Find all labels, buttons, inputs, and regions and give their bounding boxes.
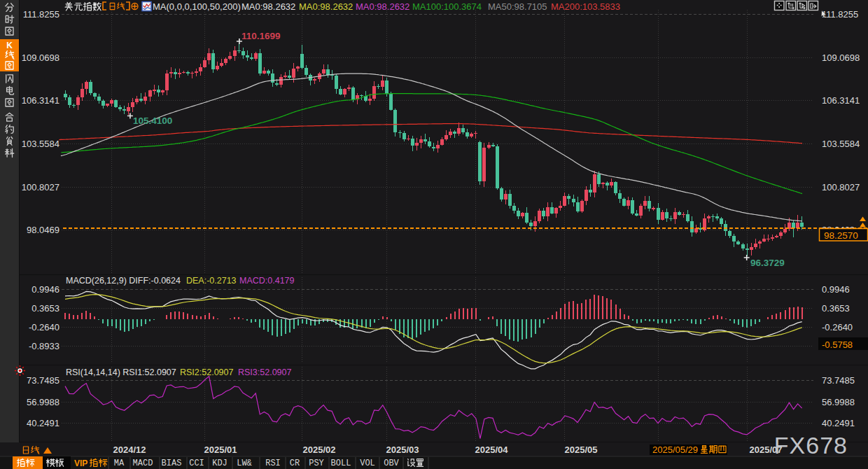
svg-text:MACD: MACD: [133, 458, 153, 468]
svg-text:-0.5758: -0.5758: [822, 340, 853, 350]
svg-text:56.9988: 56.9988: [822, 397, 855, 407]
svg-text:RSI: RSI: [265, 458, 281, 468]
svg-text:2025/01: 2025/01: [204, 444, 237, 455]
svg-text:111.8255: 111.8255: [822, 9, 858, 20]
svg-text:0.3653: 0.3653: [822, 303, 850, 314]
svg-text:MACD:0.4179: MACD:0.4179: [239, 276, 295, 286]
svg-text:103.5584: 103.5584: [822, 139, 860, 149]
svg-text:VIP: VIP: [74, 458, 88, 468]
svg-text:2025/04: 2025/04: [475, 444, 509, 455]
svg-text:MA0:98.2632: MA0:98.2632: [299, 1, 353, 12]
svg-text:56.9988: 56.9988: [27, 397, 59, 407]
svg-text:MA0:98.2632: MA0:98.2632: [356, 1, 410, 12]
svg-text:MA50:98.7105: MA50:98.7105: [488, 1, 547, 12]
svg-text:DEA:-0.2713: DEA:-0.2713: [186, 276, 237, 286]
svg-text:106.3141: 106.3141: [822, 95, 860, 106]
svg-text:MA0:98.2632: MA0:98.2632: [241, 1, 295, 12]
svg-text:-0.2640: -0.2640: [29, 322, 59, 332]
svg-text:2025/05: 2025/05: [565, 444, 598, 455]
svg-text:2024/12: 2024/12: [113, 444, 146, 455]
svg-text:PSY: PSY: [309, 458, 324, 468]
svg-text:106.3141: 106.3141: [22, 95, 59, 106]
svg-text:FX678: FX678: [774, 432, 848, 458]
svg-text:BIAS: BIAS: [162, 458, 182, 468]
svg-text:0.9946: 0.9946: [31, 284, 59, 295]
svg-text:40.2491: 40.2491: [27, 418, 59, 428]
svg-text:RSI(14,14,14) RSI1:52.0907: RSI(14,14,14) RSI1:52.0907: [66, 368, 176, 377]
svg-text:0.9946: 0.9946: [822, 284, 850, 295]
svg-text:100.8027: 100.8027: [22, 182, 59, 192]
svg-text:2025/02: 2025/02: [303, 444, 336, 455]
svg-text:K: K: [6, 41, 13, 50]
svg-text:103.5584: 103.5584: [22, 139, 59, 149]
svg-text:96.3729: 96.3729: [750, 258, 785, 268]
svg-text:MACD(26,12,9) DIFF:-0.0624: MACD(26,12,9) DIFF:-0.0624: [66, 276, 181, 286]
svg-text:-0.8933: -0.8933: [29, 341, 59, 351]
svg-text:VOL: VOL: [360, 458, 375, 468]
svg-text:40.2491: 40.2491: [822, 418, 855, 428]
svg-text:OBV: OBV: [384, 458, 399, 468]
svg-text:111.8255: 111.8255: [23, 9, 59, 20]
svg-text:98.2570: 98.2570: [824, 230, 858, 241]
svg-text:109.0698: 109.0698: [822, 52, 860, 63]
svg-text:109.0698: 109.0698: [22, 52, 59, 63]
svg-text:73.7485: 73.7485: [822, 375, 855, 386]
svg-text:0.3653: 0.3653: [31, 303, 59, 314]
svg-text:MA: MA: [114, 458, 125, 468]
svg-text:KDJ: KDJ: [212, 458, 227, 468]
svg-text:2025/03: 2025/03: [386, 444, 419, 455]
svg-text:110.1699: 110.1699: [241, 31, 281, 41]
svg-text:CR: CR: [290, 458, 300, 468]
svg-text:MA200:103.5833: MA200:103.5833: [551, 1, 620, 12]
svg-text:MA100:100.3674: MA100:100.3674: [412, 1, 482, 12]
svg-text:2025/05/29: 2025/05/29: [652, 444, 698, 455]
svg-text:100.8027: 100.8027: [822, 182, 860, 192]
svg-text:RSI3:52.0907: RSI3:52.0907: [238, 368, 291, 377]
svg-text:98.0469: 98.0469: [27, 225, 59, 235]
svg-text:BOLL: BOLL: [331, 458, 351, 468]
svg-text:RSI2:52.0907: RSI2:52.0907: [180, 368, 233, 377]
svg-text:LW&: LW&: [237, 458, 252, 468]
svg-text:105.4100: 105.4100: [133, 115, 172, 126]
svg-text:CCI: CCI: [189, 458, 204, 468]
svg-text:MA(0,0,0,100,50,200): MA(0,0,0,100,50,200): [153, 1, 241, 12]
svg-text:-0.2640: -0.2640: [822, 322, 853, 332]
svg-text:73.7485: 73.7485: [27, 375, 59, 386]
